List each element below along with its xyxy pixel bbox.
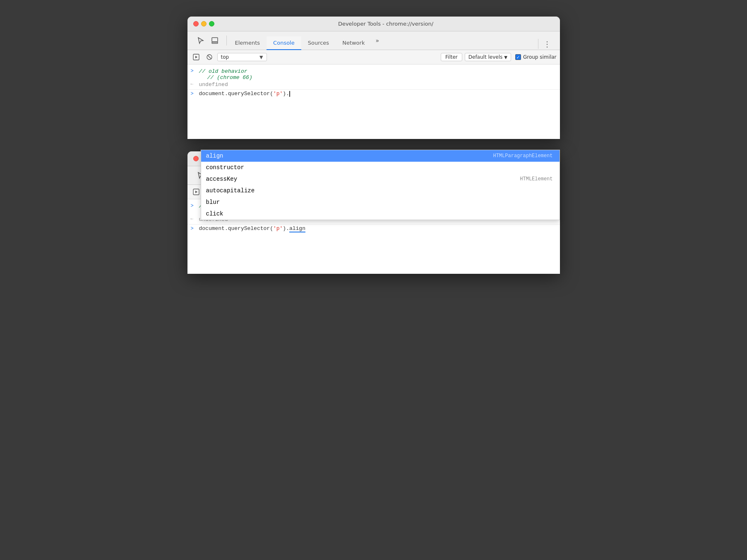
context-value-1: top: [221, 54, 229, 60]
tab-bar-1: Elements Console Sources Network » ⋮: [187, 31, 560, 50]
ac-item-autocapitalize[interactable]: autocapitalize: [201, 185, 560, 196]
title-text-1: Developer Tools - chrome://version/: [218, 21, 554, 27]
traffic-red-2[interactable]: [193, 156, 199, 161]
autocomplete-dropdown: align HTMLParagraphElement constructor a…: [201, 150, 560, 220]
traffic-lights-1: [193, 21, 214, 26]
input-arrow-2: >: [191, 226, 199, 232]
traffic-yellow-1[interactable]: [201, 21, 207, 26]
ac-item-click[interactable]: click: [201, 208, 560, 220]
arrow-1b: ←: [191, 81, 199, 86]
group-similar-checkbox-1[interactable]: [515, 54, 521, 60]
arrow-2a: >: [191, 203, 199, 209]
execute-icon-2[interactable]: [191, 187, 202, 197]
tab-sources-1[interactable]: Sources: [301, 36, 336, 50]
console-content-2: > // new behavior // (chrome 68) ← undef…: [187, 199, 560, 274]
default-levels-arrow-1: ▼: [504, 55, 507, 60]
console-content-1: > // old behavior // (chrome 66) ← undef…: [187, 65, 560, 139]
arrow-2b: ←: [191, 216, 199, 221]
arrow-1a: >: [191, 68, 199, 74]
svg-line-4: [207, 55, 211, 59]
input-text-1: document.querySelector('p').: [199, 91, 557, 97]
tab-console-1[interactable]: Console: [267, 36, 301, 50]
drawer-icon[interactable]: [209, 35, 221, 46]
tab-bar-right-1: ⋮: [535, 38, 557, 50]
ac-type-align: HTMLParagraphElement: [493, 153, 552, 159]
code-comment-1a: // old behavior: [199, 68, 247, 74]
console-text-1a: // old behavior // (chrome 66): [199, 68, 557, 81]
tab-more-1[interactable]: »: [371, 34, 383, 47]
ban-icon[interactable]: [204, 52, 215, 62]
traffic-green-1[interactable]: [209, 21, 214, 26]
console-row-1b: ← undefined: [187, 81, 560, 89]
console-row-1a: > // old behavior // (chrome 66): [187, 68, 560, 81]
console-toolbar-1: top ▼ Filter Default levels ▼ Group simi…: [187, 50, 560, 65]
ac-name-align: align: [206, 153, 493, 159]
default-levels-label-1: Default levels: [468, 54, 502, 60]
default-levels-btn-1[interactable]: Default levels ▼: [465, 53, 511, 61]
ac-name-accesskey: accessKey: [206, 176, 520, 182]
execute-icon[interactable]: [191, 52, 202, 62]
tab-bar-icons-1: [191, 31, 225, 50]
input-text-2: document.querySelector('p').align: [199, 225, 557, 232]
console-input-1[interactable]: > document.querySelector('p').: [187, 89, 560, 98]
console-input-2[interactable]: > document.querySelector('p').align: [187, 224, 560, 232]
kebab-menu-1[interactable]: ⋮: [542, 38, 553, 50]
filter-button-1[interactable]: Filter: [441, 53, 462, 61]
devtools-window-2: DevTools - todomvc.com/examples/react/ E…: [187, 151, 560, 274]
cursor-icon[interactable]: [195, 35, 207, 46]
traffic-red-1[interactable]: [193, 21, 199, 26]
ac-item-accesskey[interactable]: accessKey HTMLElement: [201, 173, 560, 185]
input-arrow-1: >: [191, 91, 199, 97]
undefined-1: undefined: [199, 81, 557, 88]
context-selector-1[interactable]: top ▼: [217, 53, 267, 61]
ac-type-accesskey: HTMLElement: [520, 176, 552, 182]
ac-name-blur: blur: [206, 199, 553, 206]
autocomplete-container: align HTMLParagraphElement constructor a…: [187, 224, 560, 232]
ac-name-autocapitalize: autocapitalize: [206, 187, 553, 194]
ac-name-click: click: [206, 211, 553, 217]
tab-elements-1[interactable]: Elements: [228, 36, 267, 50]
tab-divider-1: [226, 36, 227, 45]
devtools-window-1: Developer Tools - chrome://version/ Elem…: [187, 17, 560, 139]
right-divider-1: [538, 39, 538, 49]
group-similar-area-1[interactable]: Group similar: [515, 54, 557, 60]
ac-item-constructor[interactable]: constructor: [201, 162, 560, 173]
ac-item-blur[interactable]: blur: [201, 196, 560, 208]
svg-rect-0: [212, 38, 218, 42]
context-arrow-1: ▼: [259, 55, 263, 60]
ac-name-constructor: constructor: [206, 164, 553, 171]
code-comment-1b: // (chrome 66): [199, 74, 252, 81]
titlebar-1: Developer Tools - chrome://version/: [187, 17, 560, 31]
ac-item-align[interactable]: align HTMLParagraphElement: [201, 150, 560, 162]
group-similar-label-1: Group similar: [523, 54, 557, 60]
tab-network-1[interactable]: Network: [336, 36, 371, 50]
svg-rect-1: [212, 42, 218, 43]
